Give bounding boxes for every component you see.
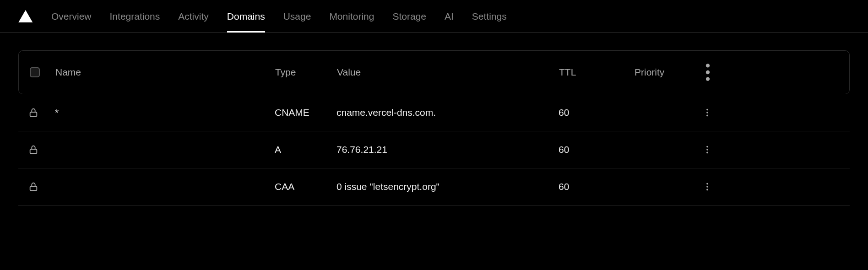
nav-overview[interactable]: Overview <box>51 0 92 32</box>
nav-usage[interactable]: Usage <box>283 0 311 32</box>
svg-point-12 <box>706 183 708 185</box>
row-name: * <box>55 107 275 118</box>
select-all-checkbox[interactable] <box>30 67 40 77</box>
svg-point-13 <box>706 186 708 188</box>
header-name: Name <box>55 67 275 78</box>
logo-icon[interactable] <box>18 9 33 24</box>
row-ttl: 60 <box>559 144 634 155</box>
nav-monitoring[interactable]: Monitoring <box>329 0 374 32</box>
header-ttl: TTL <box>559 67 635 78</box>
lock-icon <box>28 108 55 118</box>
header-priority: Priority <box>635 67 696 78</box>
nav-activity[interactable]: Activity <box>178 0 209 32</box>
lock-icon <box>28 182 55 192</box>
row-type: CAA <box>275 181 336 192</box>
row-more-icon[interactable] <box>696 108 719 118</box>
lock-icon <box>28 145 55 155</box>
nav-storage[interactable]: Storage <box>392 0 426 32</box>
nav-ai[interactable]: AI <box>445 0 454 32</box>
content: Name Type Value TTL Priority * CNAME cna… <box>0 33 868 205</box>
nav: Overview Integrations Activity Domains U… <box>51 0 507 32</box>
header-type: Type <box>275 67 337 78</box>
row-more-icon[interactable] <box>696 182 719 192</box>
row-value: 0 issue "letsencrypt.org" <box>336 181 559 192</box>
nav-domains[interactable]: Domains <box>227 0 265 32</box>
row-type: CNAME <box>275 107 336 118</box>
svg-point-9 <box>706 149 708 151</box>
row-ttl: 60 <box>559 107 634 118</box>
svg-point-14 <box>706 189 708 191</box>
table-header: Name Type Value TTL Priority <box>18 50 850 94</box>
header-more-icon[interactable] <box>696 61 719 84</box>
row-ttl: 60 <box>559 181 634 192</box>
header-value: Value <box>337 67 559 78</box>
svg-point-10 <box>706 152 708 154</box>
svg-point-1 <box>706 70 710 74</box>
table-row: * CNAME cname.vercel-dns.com. 60 <box>18 94 850 131</box>
svg-rect-11 <box>30 186 37 190</box>
table-row: A 76.76.21.21 60 <box>18 131 850 168</box>
row-value: 76.76.21.21 <box>336 144 559 155</box>
row-value: cname.vercel-dns.com. <box>336 107 559 118</box>
header: Overview Integrations Activity Domains U… <box>0 0 868 33</box>
row-type: A <box>275 144 336 155</box>
row-more-icon[interactable] <box>696 145 719 155</box>
header-checkbox-cell <box>28 67 55 77</box>
table-row: CAA 0 issue "letsencrypt.org" 60 <box>18 168 850 205</box>
svg-rect-7 <box>30 149 37 153</box>
nav-settings[interactable]: Settings <box>472 0 507 32</box>
svg-point-6 <box>706 115 708 117</box>
svg-rect-3 <box>30 112 37 116</box>
nav-integrations[interactable]: Integrations <box>110 0 160 32</box>
svg-point-0 <box>706 64 710 67</box>
dns-table: Name Type Value TTL Priority * CNAME cna… <box>18 50 850 205</box>
svg-point-5 <box>706 112 708 113</box>
svg-point-4 <box>706 109 708 111</box>
svg-point-2 <box>706 77 710 81</box>
svg-point-8 <box>706 146 708 148</box>
